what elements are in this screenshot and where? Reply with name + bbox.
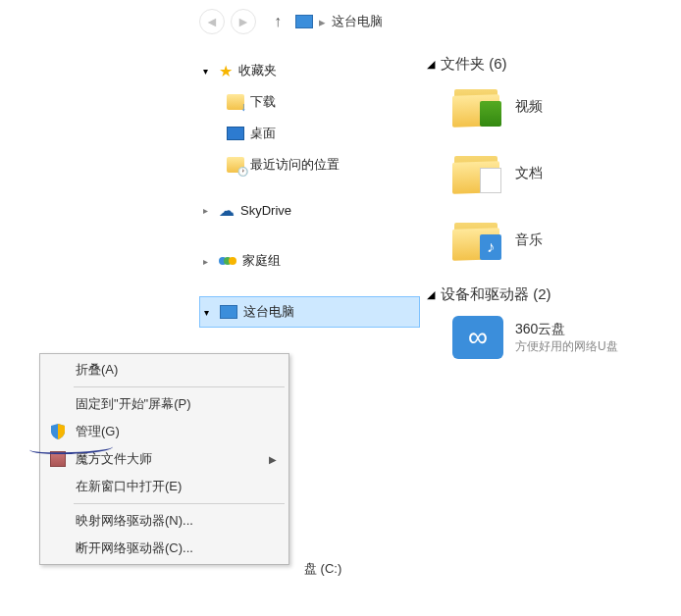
devices-section-header[interactable]: ◢ 设备和驱动器 (2) (427, 285, 681, 304)
menu-pin-to-start[interactable]: 固定到"开始"屏幕(P) (42, 390, 287, 418)
folders-section-header[interactable]: ◢ 文件夹 (6) (427, 55, 681, 74)
device-360cloud[interactable]: ∞ 360云盘 方便好用的网络U盘 (452, 316, 681, 359)
tree-recent[interactable]: 最近访问的位置 (199, 149, 420, 180)
tree-label: 最近访问的位置 (250, 156, 340, 174)
up-button[interactable]: ↑ (274, 13, 282, 30)
chevron-right-icon[interactable]: ▸ (203, 205, 213, 216)
menu-label: 固定到"开始"屏幕(P) (76, 395, 191, 413)
folder-icon (452, 152, 503, 195)
menu-collapse[interactable]: 折叠(A) (42, 356, 287, 384)
tree-label: SkyDrive (240, 203, 291, 218)
partial-drive-label: 盘 (C:) (304, 560, 341, 578)
item-label: 360云盘 (515, 321, 618, 338)
tree-label: 家庭组 (242, 252, 281, 270)
cloud-drive-icon: ∞ (452, 316, 503, 359)
star-icon: ★ (219, 62, 233, 80)
nav-tree: ▾ ★ 收藏夹 下载 桌面 最近访问的位置 ▸ ☁ SkyDrive ▸ 家庭组 (199, 55, 420, 328)
menu-separator (74, 386, 285, 387)
folder-icon (452, 85, 503, 128)
tree-label: 桌面 (250, 125, 276, 142)
chevron-right-icon[interactable]: ▸ (203, 256, 213, 267)
chevron-down-icon: ◢ (427, 288, 435, 301)
breadcrumb[interactable]: ▸ 这台电脑 (295, 13, 383, 30)
tree-downloads[interactable]: 下载 (199, 86, 420, 118)
tree-label: 这台电脑 (243, 303, 294, 321)
menu-open-new-window[interactable]: 在新窗口中打开(E) (42, 473, 287, 500)
item-subtitle: 方便好用的网络U盘 (515, 338, 618, 355)
desktop-icon (227, 127, 244, 140)
menu-label: 折叠(A) (76, 361, 118, 379)
chevron-down-icon: ◢ (427, 58, 435, 71)
section-title: 文件夹 (6) (441, 55, 507, 74)
forward-button[interactable]: ► (231, 9, 256, 34)
recent-icon (227, 157, 244, 173)
breadcrumb-text[interactable]: 这台电脑 (332, 13, 383, 30)
context-menu: 折叠(A) 固定到"开始"屏幕(P) 管理(G) 魔方文件大师 ▶ 在新窗口中打… (39, 353, 289, 565)
item-label: 文档 (515, 165, 543, 182)
nav-toolbar: ◄ ► ↑ ▸ 这台电脑 (191, 0, 681, 43)
item-label: 音乐 (515, 231, 543, 249)
section-title: 设备和驱动器 (2) (441, 285, 551, 304)
menu-label: 在新窗口中打开(E) (76, 478, 182, 495)
folder-music[interactable]: ♪ 音乐 (452, 219, 681, 262)
cloud-icon: ☁ (219, 201, 235, 220)
breadcrumb-separator: ▸ (319, 15, 326, 29)
folder-icon: ♪ (452, 219, 503, 262)
download-folder-icon (227, 94, 244, 110)
menu-separator (74, 503, 285, 504)
menu-label: 断开网络驱动器(C)... (76, 539, 193, 557)
menu-disconnect-network-drive[interactable]: 断开网络驱动器(C)... (42, 535, 287, 562)
folder-videos[interactable]: 视频 (452, 85, 681, 128)
chevron-down-icon[interactable]: ▾ (204, 307, 214, 318)
shield-icon (48, 424, 68, 439)
tree-this-pc[interactable]: ▾ 这台电脑 (199, 296, 420, 328)
computer-icon (295, 15, 313, 28)
chevron-down-icon[interactable]: ▾ (203, 66, 213, 77)
menu-map-network-drive[interactable]: 映射网络驱动器(N)... (42, 507, 287, 535)
tree-label: 下载 (250, 93, 276, 111)
tree-favorites[interactable]: ▾ ★ 收藏夹 (199, 55, 420, 86)
computer-icon (220, 305, 237, 319)
content-pane: ◢ 文件夹 (6) 视频 文档 ♪ 音乐 ◢ 设备和驱动 (427, 55, 681, 383)
tree-homegroup[interactable]: ▸ 家庭组 (199, 245, 420, 277)
homegroup-icon (219, 257, 236, 265)
item-label: 视频 (515, 98, 543, 116)
tree-desktop[interactable]: 桌面 (199, 118, 420, 149)
back-button[interactable]: ◄ (199, 9, 225, 34)
tree-label: 收藏夹 (238, 62, 277, 79)
submenu-arrow-icon: ▶ (269, 454, 277, 465)
menu-label: 映射网络驱动器(N)... (76, 512, 193, 530)
menu-label: 管理(G) (76, 423, 120, 440)
tree-skydrive[interactable]: ▸ ☁ SkyDrive (199, 194, 420, 226)
folder-documents[interactable]: 文档 (452, 152, 681, 195)
